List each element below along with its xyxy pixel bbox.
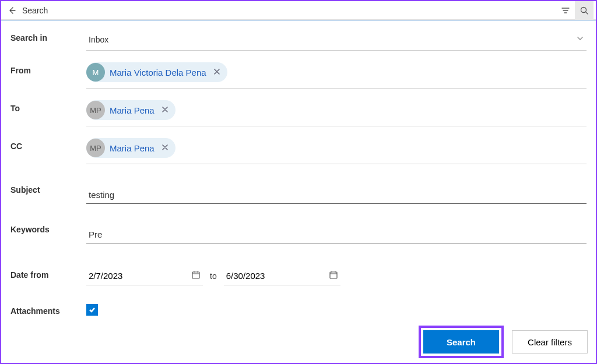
subject-row: Subject	[10, 182, 587, 204]
keywords-input-wrap	[86, 226, 587, 243]
cc-label: CC	[10, 138, 86, 151]
chip-remove-button[interactable]	[212, 66, 222, 78]
person-chip: MP Maria Pena	[86, 138, 175, 158]
close-icon	[213, 68, 220, 75]
filter-icon	[561, 6, 570, 15]
search-in-label: Search in	[10, 30, 86, 43]
calendar-icon[interactable]	[191, 270, 201, 281]
search-in-row: Search in Inbox	[10, 30, 587, 51]
chip-name: Maria Pena	[110, 105, 154, 115]
svg-rect-2	[330, 272, 337, 278]
keywords-row: Keywords	[10, 221, 587, 243]
header-bar: Search	[1, 1, 596, 20]
search-icon	[580, 6, 589, 15]
check-icon	[88, 306, 96, 314]
filter-button[interactable]	[556, 1, 575, 20]
search-in-select[interactable]: Inbox	[86, 30, 587, 51]
subject-label: Subject	[10, 182, 86, 195]
search-in-value: Inbox	[89, 35, 576, 44]
date-separator: to	[210, 271, 217, 281]
avatar: MP	[86, 101, 105, 119]
chevron-down-icon	[576, 34, 587, 44]
avatar: MP	[86, 139, 105, 157]
person-chip: M Maria Victoria Dela Pena	[86, 62, 227, 82]
chip-name: Maria Victoria Dela Pena	[110, 68, 206, 77]
date-from-wrap	[86, 267, 203, 285]
header-title: Search	[22, 6, 48, 15]
date-from-label: Date from	[10, 267, 86, 280]
chip-remove-button[interactable]	[160, 104, 170, 116]
search-button-highlight: Search	[419, 326, 504, 358]
from-row: From M Maria Victoria Dela Pena	[10, 62, 587, 89]
search-button[interactable]: Search	[423, 330, 499, 354]
calendar-icon[interactable]	[329, 270, 338, 281]
close-icon	[161, 144, 168, 151]
avatar: M	[86, 63, 105, 82]
attachments-checkbox[interactable]	[86, 304, 98, 316]
clear-filters-button[interactable]: Clear filters	[512, 330, 588, 354]
subject-input-wrap	[86, 186, 587, 204]
search-panel: Search Search in Inbox From	[0, 0, 597, 364]
chip-remove-button[interactable]	[160, 142, 170, 154]
from-label: From	[10, 62, 86, 75]
date-to-wrap	[224, 267, 340, 285]
svg-rect-1	[192, 272, 199, 278]
chip-name: Maria Pena	[110, 143, 154, 153]
search-form: Search in Inbox From M Maria Victoria De…	[1, 20, 596, 316]
keywords-label: Keywords	[10, 221, 86, 234]
back-button[interactable]	[3, 2, 20, 19]
attachments-row: Attachments	[10, 303, 587, 316]
to-label: To	[10, 100, 86, 113]
cc-field[interactable]: MP Maria Pena	[86, 138, 587, 164]
to-row: To MP Maria Pena	[10, 100, 587, 126]
close-icon	[161, 106, 168, 113]
date-from-input[interactable]	[89, 271, 191, 281]
arrow-left-icon	[7, 6, 16, 15]
attachments-label: Attachments	[10, 303, 86, 316]
from-field[interactable]: M Maria Victoria Dela Pena	[86, 62, 587, 89]
date-row: Date from to	[10, 267, 587, 285]
search-icon-button[interactable]	[575, 1, 594, 20]
keywords-input[interactable]	[89, 229, 587, 239]
person-chip: MP Maria Pena	[86, 100, 175, 120]
button-row: Search Clear filters	[419, 326, 588, 358]
to-field[interactable]: MP Maria Pena	[86, 100, 587, 126]
date-to-input[interactable]	[226, 271, 329, 281]
subject-input[interactable]	[89, 190, 587, 200]
cc-row: CC MP Maria Pena	[10, 138, 587, 164]
